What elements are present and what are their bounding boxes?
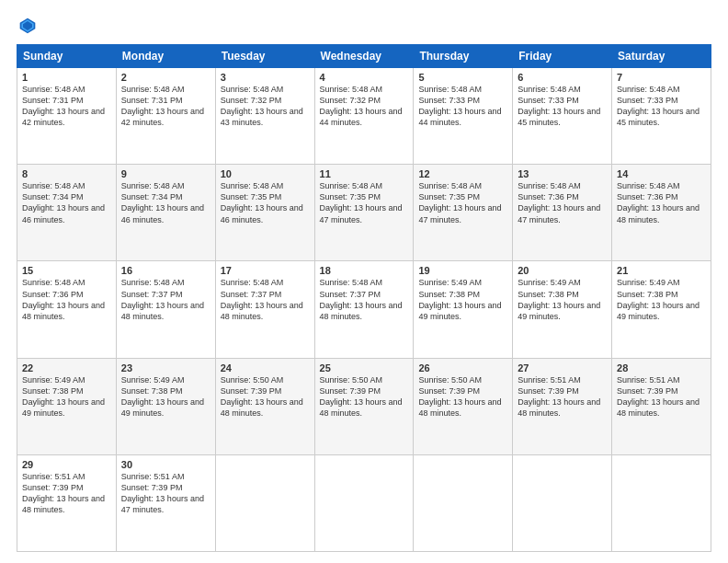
day-number: 28	[617, 362, 706, 373]
day-info: Sunrise: 5:48 AMSunset: 7:33 PMDaylight:…	[617, 85, 700, 127]
calendar-day-cell	[314, 454, 414, 551]
logo-icon	[18, 17, 37, 35]
calendar-header-row: SundayMondayTuesdayWednesdayThursdayFrid…	[17, 45, 711, 68]
day-info: Sunrise: 5:48 AMSunset: 7:37 PMDaylight:…	[221, 278, 303, 320]
day-info: Sunrise: 5:48 AMSunset: 7:34 PMDaylight:…	[121, 181, 204, 224]
calendar-day-cell: 18Sunrise: 5:48 AMSunset: 7:37 PMDayligh…	[314, 261, 414, 358]
calendar-day-cell	[612, 454, 711, 551]
day-number: 26	[418, 362, 507, 373]
day-number: 6	[518, 72, 607, 83]
day-number: 17	[221, 265, 310, 276]
calendar-day-cell: 11Sunrise: 5:48 AMSunset: 7:35 PMDayligh…	[314, 165, 414, 261]
calendar-day-cell: 25Sunrise: 5:50 AMSunset: 7:39 PMDayligh…	[314, 358, 414, 454]
day-info: Sunrise: 5:48 AMSunset: 7:36 PMDaylight:…	[518, 181, 600, 224]
calendar-day-cell: 8Sunrise: 5:48 AMSunset: 7:34 PMDaylight…	[17, 165, 117, 261]
day-info: Sunrise: 5:49 AMSunset: 7:38 PMDaylight:…	[518, 278, 600, 320]
calendar-day-cell: 5Sunrise: 5:48 AMSunset: 7:33 PMDaylight…	[414, 68, 513, 165]
calendar-day-cell: 13Sunrise: 5:48 AMSunset: 7:36 PMDayligh…	[513, 165, 612, 261]
day-info: Sunrise: 5:50 AMSunset: 7:39 PMDaylight:…	[221, 375, 303, 418]
day-info: Sunrise: 5:48 AMSunset: 7:32 PMDaylight:…	[320, 85, 403, 127]
weekday-header: Wednesday	[314, 45, 414, 68]
day-number: 2	[121, 72, 210, 83]
calendar-day-cell: 21Sunrise: 5:49 AMSunset: 7:38 PMDayligh…	[612, 261, 711, 358]
day-info: Sunrise: 5:49 AMSunset: 7:38 PMDaylight:…	[617, 278, 700, 320]
day-info: Sunrise: 5:51 AMSunset: 7:39 PMDaylight:…	[518, 375, 600, 418]
logo	[17, 17, 40, 35]
day-info: Sunrise: 5:48 AMSunset: 7:37 PMDaylight:…	[320, 278, 403, 320]
day-number: 18	[320, 265, 409, 276]
day-info: Sunrise: 5:49 AMSunset: 7:38 PMDaylight:…	[121, 375, 204, 418]
day-info: Sunrise: 5:48 AMSunset: 7:31 PMDaylight:…	[121, 85, 204, 127]
day-info: Sunrise: 5:48 AMSunset: 7:35 PMDaylight:…	[221, 181, 303, 224]
calendar-day-cell: 29Sunrise: 5:51 AMSunset: 7:39 PMDayligh…	[17, 454, 117, 551]
day-info: Sunrise: 5:51 AMSunset: 7:39 PMDaylight:…	[22, 472, 105, 514]
day-info: Sunrise: 5:49 AMSunset: 7:38 PMDaylight:…	[22, 375, 105, 418]
calendar-table: SundayMondayTuesdayWednesdayThursdayFrid…	[17, 44, 711, 552]
day-number: 4	[320, 72, 409, 83]
day-info: Sunrise: 5:48 AMSunset: 7:34 PMDaylight:…	[22, 181, 105, 224]
calendar-day-cell: 28Sunrise: 5:51 AMSunset: 7:39 PMDayligh…	[612, 358, 711, 454]
calendar-day-cell: 23Sunrise: 5:49 AMSunset: 7:38 PMDayligh…	[116, 358, 215, 454]
day-number: 12	[418, 168, 507, 179]
day-number: 19	[418, 265, 507, 276]
calendar-week-row: 1Sunrise: 5:48 AMSunset: 7:31 PMDaylight…	[17, 68, 711, 165]
calendar-day-cell: 3Sunrise: 5:48 AMSunset: 7:32 PMDaylight…	[215, 68, 314, 165]
header	[17, 17, 711, 35]
calendar-day-cell: 9Sunrise: 5:48 AMSunset: 7:34 PMDaylight…	[116, 165, 215, 261]
calendar-day-cell: 1Sunrise: 5:48 AMSunset: 7:31 PMDaylight…	[17, 68, 117, 165]
day-number: 16	[121, 265, 210, 276]
day-number: 5	[418, 72, 507, 83]
day-info: Sunrise: 5:48 AMSunset: 7:37 PMDaylight:…	[121, 278, 204, 320]
day-number: 23	[121, 362, 210, 373]
calendar-day-cell: 24Sunrise: 5:50 AMSunset: 7:39 PMDayligh…	[215, 358, 314, 454]
calendar-day-cell: 14Sunrise: 5:48 AMSunset: 7:36 PMDayligh…	[612, 165, 711, 261]
day-number: 14	[617, 168, 706, 179]
weekday-header: Saturday	[612, 45, 711, 68]
day-number: 30	[121, 459, 210, 470]
calendar-week-row: 29Sunrise: 5:51 AMSunset: 7:39 PMDayligh…	[17, 454, 711, 551]
weekday-header: Monday	[116, 45, 215, 68]
day-number: 7	[617, 72, 706, 83]
day-number: 3	[221, 72, 310, 83]
day-number: 10	[221, 168, 310, 179]
day-info: Sunrise: 5:49 AMSunset: 7:38 PMDaylight:…	[418, 278, 501, 320]
day-info: Sunrise: 5:48 AMSunset: 7:35 PMDaylight:…	[320, 181, 403, 224]
calendar-day-cell: 7Sunrise: 5:48 AMSunset: 7:33 PMDaylight…	[612, 68, 711, 165]
day-number: 29	[22, 459, 111, 470]
day-info: Sunrise: 5:51 AMSunset: 7:39 PMDaylight:…	[121, 472, 204, 514]
day-number: 21	[617, 265, 706, 276]
calendar-day-cell: 10Sunrise: 5:48 AMSunset: 7:35 PMDayligh…	[215, 165, 314, 261]
calendar-day-cell: 17Sunrise: 5:48 AMSunset: 7:37 PMDayligh…	[215, 261, 314, 358]
day-info: Sunrise: 5:51 AMSunset: 7:39 PMDaylight:…	[617, 375, 700, 418]
day-info: Sunrise: 5:48 AMSunset: 7:33 PMDaylight:…	[418, 85, 501, 127]
page: SundayMondayTuesdayWednesdayThursdayFrid…	[0, 0, 728, 563]
calendar-day-cell: 30Sunrise: 5:51 AMSunset: 7:39 PMDayligh…	[116, 454, 215, 551]
calendar-day-cell: 4Sunrise: 5:48 AMSunset: 7:32 PMDaylight…	[314, 68, 414, 165]
calendar-week-row: 8Sunrise: 5:48 AMSunset: 7:34 PMDaylight…	[17, 165, 711, 261]
day-info: Sunrise: 5:48 AMSunset: 7:31 PMDaylight:…	[22, 85, 105, 127]
calendar-day-cell: 27Sunrise: 5:51 AMSunset: 7:39 PMDayligh…	[513, 358, 612, 454]
weekday-header: Friday	[513, 45, 612, 68]
calendar-day-cell: 2Sunrise: 5:48 AMSunset: 7:31 PMDaylight…	[116, 68, 215, 165]
day-info: Sunrise: 5:48 AMSunset: 7:36 PMDaylight:…	[617, 181, 700, 224]
day-info: Sunrise: 5:48 AMSunset: 7:35 PMDaylight:…	[418, 181, 501, 224]
day-info: Sunrise: 5:50 AMSunset: 7:39 PMDaylight:…	[320, 375, 403, 418]
calendar-day-cell: 15Sunrise: 5:48 AMSunset: 7:36 PMDayligh…	[17, 261, 117, 358]
weekday-header: Thursday	[414, 45, 513, 68]
calendar-week-row: 15Sunrise: 5:48 AMSunset: 7:36 PMDayligh…	[17, 261, 711, 358]
calendar-week-row: 22Sunrise: 5:49 AMSunset: 7:38 PMDayligh…	[17, 358, 711, 454]
day-number: 20	[518, 265, 607, 276]
calendar-day-cell: 20Sunrise: 5:49 AMSunset: 7:38 PMDayligh…	[513, 261, 612, 358]
calendar-day-cell: 6Sunrise: 5:48 AMSunset: 7:33 PMDaylight…	[513, 68, 612, 165]
calendar-day-cell	[414, 454, 513, 551]
day-number: 9	[121, 168, 210, 179]
calendar-day-cell: 12Sunrise: 5:48 AMSunset: 7:35 PMDayligh…	[414, 165, 513, 261]
calendar-day-cell: 22Sunrise: 5:49 AMSunset: 7:38 PMDayligh…	[17, 358, 117, 454]
calendar-day-cell: 19Sunrise: 5:49 AMSunset: 7:38 PMDayligh…	[414, 261, 513, 358]
day-info: Sunrise: 5:48 AMSunset: 7:32 PMDaylight:…	[221, 85, 303, 127]
day-number: 13	[518, 168, 607, 179]
weekday-header: Tuesday	[215, 45, 314, 68]
calendar-day-cell	[513, 454, 612, 551]
day-info: Sunrise: 5:48 AMSunset: 7:36 PMDaylight:…	[22, 278, 105, 320]
calendar-day-cell	[215, 454, 314, 551]
